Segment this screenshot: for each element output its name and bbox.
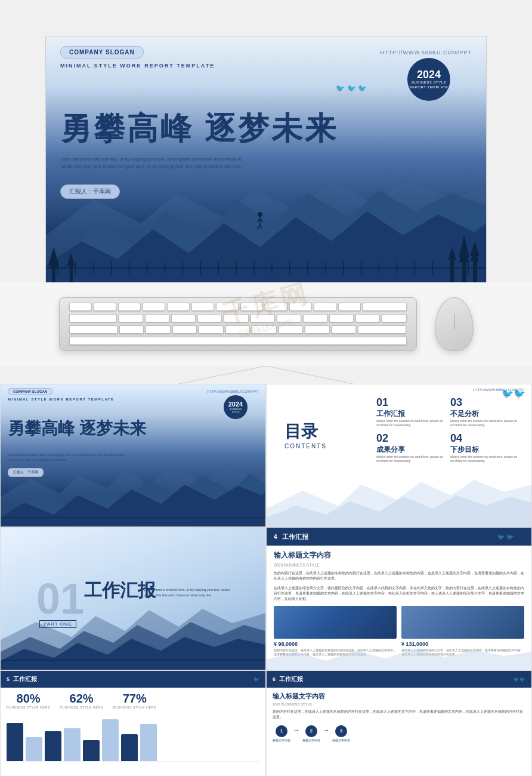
content-item-3: 03 不足分析 always enter the content you nee… — [450, 396, 519, 427]
bs-bird-7: 🐦🐦 — [514, 677, 525, 682]
kb-key — [224, 314, 248, 322]
wr-mountains — [267, 649, 531, 670]
hero-desc: your content is entered here, or by copy… — [61, 156, 252, 170]
svg-marker-59 — [267, 649, 531, 670]
kb-key — [289, 303, 312, 311]
wr-main-title: 输入标题文字内容 — [274, 550, 524, 561]
bs-title-6: 工作汇报 — [13, 675, 37, 683]
bs-bar-3 — [45, 731, 61, 761]
slide-6-stats: 5 工作汇报 🐦 80% BUSINESS STYLE HERE 62% BUS… — [0, 670, 266, 776]
hero-badge-2024: 2024 BUSINESS STYLE REPORT TEMPLATE — [407, 58, 450, 101]
bottom-slides: 5 工作汇报 🐦 80% BUSINESS STYLE HERE 62% BUS… — [0, 670, 532, 776]
bs6-arrow-1: → — [293, 726, 300, 734]
content-item-num-2: 02 — [376, 432, 446, 445]
kb-key-tab — [69, 314, 117, 322]
bs-stat-label-1: BUSINESS STYLE HERE — [7, 706, 50, 709]
hero-badge-line2: REPORT TEMPLATE — [409, 85, 448, 90]
bs-stat-1: 80% BUSINESS STYLE HERE — [7, 692, 50, 709]
kb-key — [240, 303, 263, 311]
wr-card-img-inner-1 — [274, 606, 397, 639]
kb-key-backspace — [363, 303, 407, 311]
bs6-step-1: 1 标题文字内容 — [273, 725, 290, 742]
kb-key — [338, 303, 361, 311]
content-item-desc-3: always enter the content you need here, … — [450, 419, 519, 427]
hero-year: 2024 — [417, 69, 441, 80]
slide-4-section: 01 工作汇报 PART ONE your content is entered… — [0, 527, 266, 670]
kb-key — [69, 303, 92, 311]
contents-title-cn: 目录 — [284, 420, 327, 443]
kb-key — [279, 325, 304, 334]
kb-key — [355, 314, 380, 322]
bs-num-7: 6 — [273, 676, 276, 682]
bs6-steps: 1 标题文字内容 → 2 标题文字内容 → 3 标题文字内容 — [273, 725, 525, 742]
bs-stat-num-1: 80% — [17, 692, 41, 706]
section-number: 01 — [36, 574, 84, 623]
slide-7-steps: 6 工作汇报 🐦🐦 输入标题文字内容 2028 BUSINESS STYLE 您… — [266, 670, 532, 776]
hero-top-bar: COMPANY SLOGAN HTTP://WWW.588KU.COM/PPT — [46, 46, 486, 58]
bs6-step-num-1: 1 — [276, 725, 287, 737]
contents-items: 01 工作汇报 always enter the content you nee… — [376, 396, 519, 463]
kb-key — [119, 325, 144, 334]
contents-title-en: CONTENTS — [284, 443, 327, 449]
section-desc: your content is entered here, or by copy… — [144, 587, 233, 598]
wr-main-sub: 2028 BUSINESS STYLE — [274, 563, 524, 567]
kb-key — [332, 325, 357, 334]
bs-bar-6 — [102, 719, 119, 761]
content-item-label-4: 下步目标 — [450, 445, 519, 455]
mini-reporter-2: 汇报人：千库网 — [8, 468, 44, 477]
bs-stat-2: 62% BUSINESS STYLE HERE — [60, 692, 103, 709]
bs-bar-2 — [26, 737, 42, 761]
kb-key — [252, 325, 277, 334]
bs6-step-3: 3 标题文字内容 — [332, 725, 350, 742]
content-item-desc-4: always enter the content you need here, … — [450, 455, 519, 463]
kb-key — [94, 303, 116, 311]
kb-key — [216, 303, 239, 311]
bs6-step-label-2: 标题文字内容 — [302, 738, 320, 742]
bs-stat-3: 77% BUSINESS STYLE HERE — [113, 692, 156, 709]
wr-price-2: ¥ 131,0000 — [401, 641, 524, 647]
bs6-content: 输入标题文字内容 2028 BUSINESS STYLE 您的内容打在这里，在此… — [273, 692, 525, 742]
bs6-step-label-1: 标题文字内容 — [273, 738, 290, 742]
mini-top-bar-2: COMPANY SLOGAN HTTP://WWW.588KU.COM/PPT — [1, 384, 265, 399]
kb-key — [225, 325, 250, 334]
kb-key — [382, 314, 406, 322]
mouse — [435, 297, 474, 351]
content-item-desc-2: always enter the content you need here, … — [376, 455, 446, 463]
mini-company-slogan: COMPANY SLOGAN — [8, 388, 52, 395]
section-title: 工作汇报 — [84, 578, 156, 603]
slide-3-contents: HTTP://WWW.588KU.COM/PPT 目录 CONTENTS 01 … — [266, 384, 532, 527]
keyboard — [59, 297, 417, 351]
content-item-label-1: 工作汇报 — [376, 409, 446, 419]
hero-subtitle: MINIMAL STYLE WORK REPORT TEMPLATE — [60, 63, 215, 69]
bs-bar-1 — [7, 723, 23, 761]
wr-price-1: ¥ 98,0000 — [274, 641, 397, 647]
bs6-step-num-2: 2 — [305, 725, 317, 737]
keyboard-section — [0, 282, 532, 366]
kb-key — [191, 303, 214, 311]
wr-card-img-2 — [401, 606, 524, 639]
kb-key — [197, 314, 222, 322]
bs-num-6: 5 — [7, 676, 10, 682]
birds-decoration: 🐦 🐦 🐦 — [336, 84, 367, 93]
kb-key — [250, 314, 275, 322]
bs6-arrow-2: → — [323, 726, 330, 734]
bs6-step-num-3: 3 — [335, 725, 347, 737]
bs-stat-label-2: BUSINESS STYLE HERE — [60, 706, 103, 709]
kb-key — [314, 303, 336, 311]
svg-line-47 — [179, 366, 266, 384]
contents-title-block: 目录 CONTENTS — [284, 420, 327, 449]
bs6-body: 您的内容打在这里，在此录入上述题的名称您的内容打在这里，在此录入上述题的文字内容… — [273, 709, 525, 720]
bs-topbar-6: 5 工作汇报 🐦 — [1, 671, 265, 688]
kb-key — [199, 325, 224, 334]
content-item-4: 04 下步目标 always enter the content you nee… — [450, 432, 519, 463]
mini-year: 2024 — [228, 401, 243, 408]
kb-key — [167, 303, 190, 311]
bs-content-6: 80% BUSINESS STYLE HERE 62% BUSINESS STY… — [7, 692, 259, 776]
content-item-2: 02 成果分享 always enter the content you nee… — [376, 432, 446, 463]
kb-key — [145, 314, 169, 322]
kb-key — [329, 314, 354, 322]
mini-desc-2: your content is entered here, or by copy… — [8, 453, 127, 462]
kb-key — [118, 303, 141, 311]
hero-title-cn: 勇攀高峰 逐梦未来 — [60, 108, 338, 150]
content-item-num-1: 01 — [376, 396, 446, 409]
